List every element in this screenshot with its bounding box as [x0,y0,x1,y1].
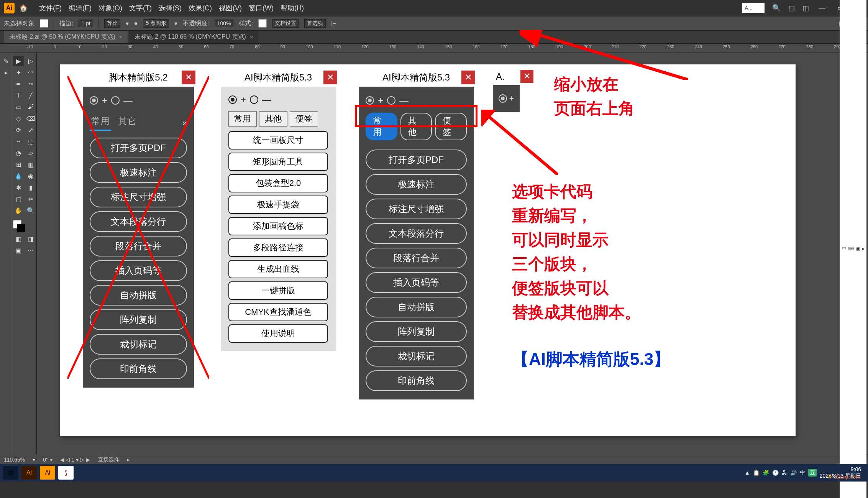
script-button[interactable]: 极速标注 [366,174,467,195]
style-swatch[interactable] [258,19,267,28]
lasso-tool[interactable]: ◠ [25,67,36,77]
tray-ime-icon[interactable]: 中 [800,469,805,476]
symbol-sprayer-tool[interactable]: ✱ [13,182,24,192]
script-button[interactable]: 矩形圆角工具 [228,153,328,171]
edit-toolbar-icon[interactable]: ⋯ [25,245,36,255]
tray-icon[interactable]: 🧩 [763,470,769,476]
gradient-tool[interactable]: ▥ [25,159,36,169]
line-tool[interactable]: ╱ [25,90,36,100]
eraser-tool[interactable]: ⌫ [25,113,36,123]
menu-view[interactable]: 视图(V) [219,3,242,13]
menu-type[interactable]: 文字(T) [129,3,152,13]
radio-off[interactable] [250,95,258,104]
close-button[interactable]: ✕ [323,71,337,84]
close-button[interactable]: ✕ [461,71,475,84]
chevron-right-icon[interactable]: » [182,118,187,128]
equal-select[interactable]: 等比 [104,19,120,28]
script-button[interactable]: 自动拼版 [90,285,187,306]
tray-icon[interactable]: 🕒 [772,470,779,476]
script-button[interactable]: 文本段落分行 [366,223,467,244]
fill-swatch[interactable] [40,19,48,28]
pen-tool[interactable]: ✒ [13,79,24,89]
tab-notes[interactable]: 便签 [290,111,318,127]
script-button[interactable]: 极速手提袋 [228,196,328,214]
rectangle-tool[interactable]: ▭ [13,102,24,112]
shape-select[interactable]: 5 点圆形 [143,19,169,28]
script-button[interactable]: 包装盒型2.0 [228,174,328,192]
hand-tool[interactable]: ✋ [13,205,24,215]
slice-tool[interactable]: ✂ [25,194,36,204]
selection-tool[interactable]: ▶ [13,56,24,66]
doc-settings-button[interactable]: 文档设置 [272,19,299,28]
tray-icon[interactable]: ▲ [745,470,750,476]
taskbar-app-other[interactable]: ⟆ [58,466,74,480]
script-button[interactable]: 阵列复制 [90,309,187,330]
minimize-button[interactable]: — [817,4,827,12]
home-icon[interactable]: 🏠 [19,4,28,12]
script-button[interactable]: 印前角线 [90,358,187,379]
screen-mode-icon[interactable]: ▣ [13,245,24,255]
tab-other[interactable]: 其他 [259,111,287,127]
tray-icon[interactable]: 📋 [753,470,760,476]
script-button[interactable]: 标注尺寸增强 [90,187,187,207]
radio-on[interactable] [90,96,98,105]
stroke-value[interactable]: 1 pt [79,20,93,27]
eyedropper-tool[interactable]: 💧 [13,171,24,181]
workspace-icon[interactable]: ◫ [802,4,809,12]
prefs-button[interactable]: 首选项 [304,19,326,28]
script-button[interactable]: 段落行合并 [90,236,187,256]
rotate-tool[interactable]: ⟳ [13,125,24,135]
close-icon[interactable]: × [250,34,253,40]
script-button[interactable]: 添加画稿色标 [228,217,328,235]
curvature-tool[interactable]: ✑ [25,79,36,89]
perspective-tool[interactable]: ▱ [25,148,36,158]
panel-toggle-icon[interactable]: ▸ [1,67,11,77]
titlebar-search[interactable]: A... [742,3,765,13]
arrange-icon[interactable]: ▤ [788,4,795,12]
script-button[interactable]: 一键拼版 [228,281,328,300]
script-button[interactable]: 插入页码等 [366,272,467,293]
ime-tray[interactable]: 中 ⌨ ▣ ● [840,0,866,498]
taskbar-app-ai2[interactable]: Ai [40,466,55,480]
script-button[interactable]: 标注尺寸增强 [366,199,467,219]
align-icon[interactable]: ⊩ [331,20,336,27]
blend-tool[interactable]: ◉ [25,171,36,181]
shaper-tool[interactable]: ◇ [13,113,24,123]
scale-tool[interactable]: ⤢ [25,125,36,135]
tab-other[interactable]: 其它 [116,115,138,131]
fill-stroke-swatch[interactable] [13,220,25,232]
script-button[interactable]: 文本段落分行 [90,211,187,232]
menu-select[interactable]: 选择(S) [159,3,182,13]
doc-tab-1[interactable]: 未标题-2.ai @ 50 % (CMYK/CPU 预览)× [4,31,128,43]
artboard-tool[interactable]: ▢ [13,194,24,204]
close-button[interactable]: ✕ [182,71,195,84]
script-button[interactable]: CMYK查找潘通色 [228,303,328,321]
menu-edit[interactable]: 编辑(E) [69,3,92,13]
start-button[interactable]: ⊞ [3,466,18,480]
close-icon[interactable]: × [119,34,122,40]
tab-common[interactable]: 常用 [90,115,111,131]
tray-ime-icon[interactable]: 五 [808,469,817,477]
menu-file[interactable]: 文件(F) [39,3,62,13]
width-tool[interactable]: ↔ [13,136,24,146]
script-button[interactable]: 段落行合并 [366,248,467,268]
script-button[interactable]: 裁切标记 [90,334,187,355]
script-button[interactable]: 使用说明 [228,324,328,343]
script-button[interactable]: 自动拼版 [366,297,467,317]
gradient-mode-icon[interactable]: ◨ [25,234,36,244]
canvas[interactable]: 脚本精简版5.2✕ + — 常用 其它 » 打开多页PDF极速标注标注尺寸增强文… [37,53,847,455]
script-button[interactable]: 多段路径连接 [228,238,328,257]
search-icon[interactable]: 🔍 [772,4,781,12]
mesh-tool[interactable]: ⊞ [13,159,24,169]
menu-window[interactable]: 窗口(W) [249,3,274,13]
paintbrush-tool[interactable]: 🖌 [25,102,36,112]
radio-on[interactable] [228,95,237,104]
script-button[interactable]: 印前角线 [366,370,467,391]
shape-builder-tool[interactable]: ◔ [13,148,24,158]
menu-object[interactable]: 对象(O) [98,3,122,13]
zoom-level[interactable]: 110.65% [4,457,25,463]
direct-selection-tool[interactable]: ▷ [25,56,36,66]
script-button[interactable]: 生成出血线 [228,260,328,278]
script-button[interactable]: 阵列复制 [366,321,467,342]
radio-off[interactable] [111,96,120,105]
